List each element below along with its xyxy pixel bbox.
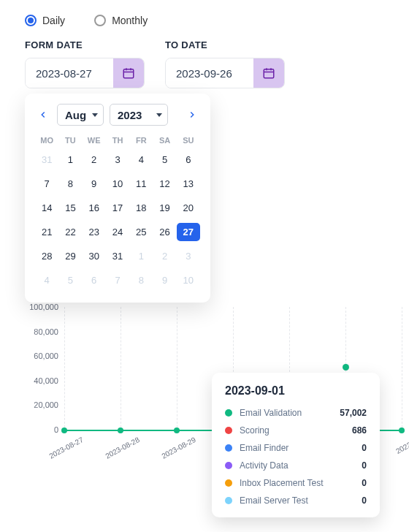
legend-dot-icon	[225, 444, 232, 452]
month-select[interactable]: Aug	[57, 104, 104, 126]
tooltip-row: Email Server Test0	[225, 495, 367, 506]
tooltip-row: Activity Data0	[225, 460, 367, 471]
calendar-icon	[122, 66, 135, 80]
legend-dot-icon	[225, 427, 232, 434]
tooltip-series-value: 0	[362, 443, 367, 453]
calendar-dow: FR	[129, 136, 153, 145]
next-month-button[interactable]	[184, 107, 200, 123]
y-axis-tick: 40,000	[34, 376, 58, 385]
x-axis-label: 2023-08-28	[104, 436, 140, 460]
calendar-day[interactable]: 2	[83, 151, 106, 169]
calendar-day[interactable]: 2	[153, 247, 176, 265]
tooltip-series-value: 0	[362, 495, 367, 506]
form-date-field: FORM DATE	[25, 39, 145, 88]
grid-line	[402, 307, 402, 431]
calendar-day[interactable]: 24	[106, 223, 129, 241]
chart-data-point[interactable]	[343, 364, 349, 370]
y-axis-tick: 60,000	[34, 352, 58, 360]
calendar-day[interactable]: 9	[153, 271, 176, 289]
radio-daily[interactable]: Daily	[25, 15, 65, 26]
tooltip-series-label: Email Server Test	[240, 495, 354, 506]
prev-month-button[interactable]	[35, 107, 51, 123]
tooltip-row: Email Finder0	[225, 443, 367, 453]
chart-data-point[interactable]	[61, 428, 67, 433]
calendar-day[interactable]: 11	[129, 175, 153, 193]
calendar-day[interactable]: 1	[129, 247, 153, 265]
form-date-input-wrap	[25, 58, 145, 88]
to-date-input[interactable]	[166, 58, 253, 88]
calendar-day[interactable]: 3	[177, 247, 200, 265]
chart-data-point[interactable]	[174, 428, 180, 433]
calendar-day[interactable]: 31	[106, 247, 129, 265]
form-date-calendar-button[interactable]	[113, 58, 144, 88]
calendar-day[interactable]: 18	[129, 199, 153, 217]
tooltip-series-value: 57,002	[340, 408, 367, 418]
legend-dot-icon	[225, 409, 232, 417]
svg-rect-0	[123, 69, 134, 78]
calendar-day[interactable]: 21	[35, 223, 58, 241]
chart-tooltip: 2023-09-01 Email Validation57,002Scoring…	[212, 373, 380, 517]
calendar-day[interactable]: 7	[35, 175, 58, 193]
calendar-day[interactable]: 10	[106, 175, 129, 193]
calendar-day[interactable]: 15	[58, 199, 82, 217]
tooltip-series-label: Activity Data	[240, 460, 354, 471]
year-select[interactable]: 2023	[110, 104, 168, 126]
calendar-day[interactable]: 23	[83, 223, 106, 241]
calendar-day[interactable]: 3	[106, 151, 129, 169]
to-date-field: TO DATE	[165, 39, 285, 88]
to-date-calendar-button[interactable]	[253, 58, 284, 88]
calendar-day[interactable]: 25	[129, 223, 153, 241]
radio-monthly[interactable]: Monthly	[94, 15, 148, 26]
calendar-day[interactable]: 4	[35, 271, 58, 289]
to-date-label: TO DATE	[165, 39, 285, 50]
svg-rect-1	[264, 69, 274, 78]
calendar-day[interactable]: 7	[106, 271, 129, 289]
calendar-day[interactable]: 13	[177, 175, 200, 193]
tooltip-row: Email Validation57,002	[225, 408, 367, 418]
calendar-day[interactable]: 1	[58, 151, 82, 169]
tooltip-title: 2023-09-01	[225, 384, 367, 398]
calendar-day[interactable]: 22	[58, 223, 82, 241]
calendar-day[interactable]: 8	[129, 271, 153, 289]
calendar-day[interactable]: 20	[177, 199, 200, 217]
calendar-day[interactable]: 14	[35, 199, 58, 217]
legend-dot-icon	[225, 462, 232, 469]
calendar-day[interactable]: 8	[58, 175, 82, 193]
calendar-icon	[262, 66, 275, 80]
calendar-day[interactable]: 31	[35, 151, 58, 169]
calendar-day[interactable]: 26	[153, 223, 176, 241]
calendar-day[interactable]: 10	[177, 271, 200, 289]
calendar-day[interactable]: 5	[58, 271, 82, 289]
calendar-dow: TU	[58, 136, 82, 145]
radio-dot-icon	[94, 15, 106, 26]
legend-dot-icon	[225, 497, 232, 504]
calendar-day[interactable]: 16	[83, 199, 106, 217]
calendar-day[interactable]: 12	[153, 175, 176, 193]
calendar-day[interactable]: 6	[83, 271, 106, 289]
chevron-right-icon	[187, 110, 197, 120]
form-date-label: FORM DATE	[25, 39, 145, 50]
grid-line	[177, 307, 177, 431]
y-axis-tick: 0	[54, 425, 58, 434]
grid-line	[64, 307, 65, 431]
form-date-input[interactable]	[26, 58, 113, 88]
calendar-day[interactable]: 19	[153, 199, 176, 217]
calendar-day[interactable]: 28	[35, 247, 58, 265]
radio-monthly-label: Monthly	[112, 15, 148, 26]
calendar-day[interactable]: 30	[83, 247, 106, 265]
calendar-dow: TH	[106, 136, 129, 145]
calendar-day[interactable]: 27	[177, 223, 200, 241]
calendar-day[interactable]: 29	[58, 247, 82, 265]
calendar-dow: MO	[35, 136, 58, 145]
radio-daily-label: Daily	[42, 15, 65, 26]
to-date-input-wrap	[165, 58, 285, 88]
chart-data-point[interactable]	[399, 428, 405, 433]
calendar-day[interactable]: 4	[129, 151, 153, 169]
calendar-day[interactable]: 9	[83, 175, 106, 193]
calendar-day[interactable]: 5	[153, 151, 176, 169]
tooltip-series-label: Email Validation	[240, 408, 332, 418]
calendar-day[interactable]: 17	[106, 199, 129, 217]
y-axis-tick: 80,000	[34, 327, 58, 336]
chart-data-point[interactable]	[118, 428, 123, 433]
calendar-day[interactable]: 6	[177, 151, 200, 169]
